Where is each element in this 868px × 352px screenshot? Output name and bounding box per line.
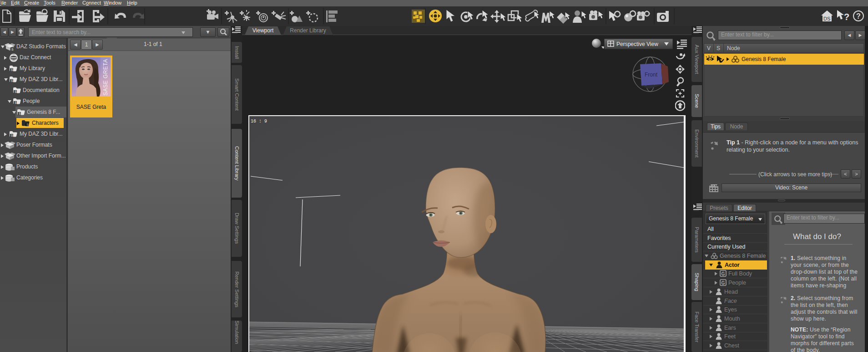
svg-text:S: S: [15, 90, 17, 93]
svg-text:16 : 9: 16 : 9: [251, 119, 267, 124]
svg-text:SASE GRETA: SASE GRETA: [102, 59, 109, 96]
svg-text:?: ?: [844, 12, 849, 22]
svg-text:S: S: [19, 112, 21, 115]
svg-text:Perspective View: Perspective View: [616, 41, 658, 47]
svg-text:S: S: [11, 68, 13, 71]
svg-text:S: S: [26, 123, 29, 126]
svg-text:G: G: [722, 281, 725, 286]
svg-text:?: ?: [856, 12, 861, 20]
svg-text:S: S: [11, 134, 13, 137]
svg-text:S: S: [15, 101, 17, 104]
svg-text:G: G: [722, 271, 725, 276]
svg-text:S: S: [11, 48, 14, 51]
svg-text:Front: Front: [645, 71, 658, 78]
svg-text:S: S: [11, 79, 13, 82]
svg-text:DS: DS: [823, 16, 830, 21]
